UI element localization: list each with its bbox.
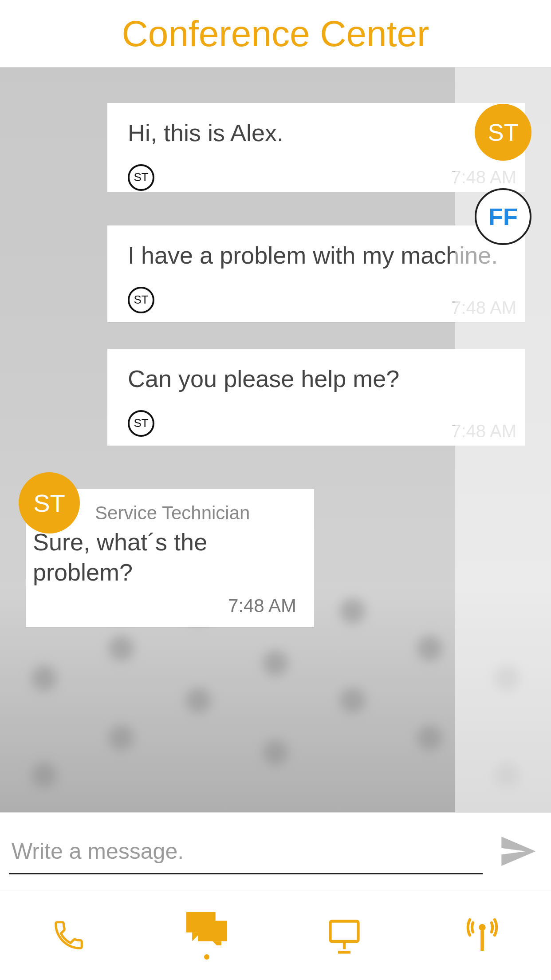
chat-area[interactable]: STFF Hi, this is Alex.ST7:48 AMI have a … [0, 67, 551, 812]
message-text: Hi, this is Alex. [128, 118, 505, 148]
page-title: Conference Center [122, 13, 429, 55]
read-by-badge: ST [128, 410, 154, 437]
presentation-icon [326, 917, 363, 954]
message-time: 7:48 AM [33, 595, 296, 616]
header: Conference Center [0, 0, 551, 67]
bottom-nav [0, 890, 551, 980]
message-input-bar [0, 812, 551, 890]
read-by-badge: ST [128, 287, 154, 313]
active-indicator [204, 954, 209, 960]
nav-chat[interactable] [138, 890, 276, 980]
svg-rect-1 [198, 921, 227, 941]
send-icon [498, 832, 537, 871]
broadcast-icon [464, 917, 501, 954]
phone-icon [51, 918, 86, 952]
participants-panel: STFF [455, 67, 551, 812]
sender-avatar[interactable]: ST [19, 472, 80, 533]
message-text: Sure, what´s the problem? [33, 527, 296, 587]
participant-avatar[interactable]: FF [475, 188, 531, 245]
send-button[interactable] [493, 827, 542, 876]
read-by-badge: ST [128, 164, 154, 191]
chat-icon [186, 911, 227, 945]
participant-avatar[interactable]: ST [475, 104, 531, 161]
nav-presentation[interactable] [276, 890, 413, 980]
message-text: I have a problem with my machine. [128, 241, 505, 271]
message-text: Can you please help me? [128, 364, 505, 394]
svg-rect-2 [331, 921, 358, 942]
svg-point-5 [479, 924, 485, 931]
nav-broadcast[interactable] [413, 890, 551, 980]
nav-phone[interactable] [0, 890, 138, 980]
message-input[interactable] [9, 829, 483, 874]
sender-name: Service Technician [95, 502, 296, 524]
